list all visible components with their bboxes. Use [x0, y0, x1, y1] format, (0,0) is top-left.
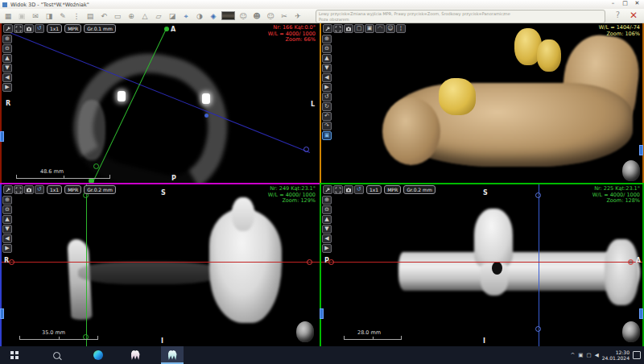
- pan-up-button[interactable]: ▲: [322, 215, 332, 224]
- roll-left-button[interactable]: ↶: [322, 112, 332, 121]
- zoom-out-button[interactable]: ⊖: [322, 205, 332, 214]
- pan-down-button[interactable]: ▼: [322, 64, 332, 72]
- pan-left-button[interactable]: ◀: [322, 73, 332, 82]
- reset-button[interactable]: ↺: [35, 185, 44, 194]
- contrast-copy-icon[interactable]: ◨: [43, 10, 55, 22]
- pan-up-button[interactable]: ▲: [2, 54, 12, 63]
- rotate-cw-button[interactable]: ↻: [322, 102, 332, 111]
- thickness-button[interactable]: Gr.0.1 mm: [84, 24, 116, 33]
- undo-icon[interactable]: ↶: [98, 10, 109, 22]
- viewport-axial[interactable]: A R L P Nr: 166 Kąt:0.0° W/L = 4000/ 100…: [0, 23, 320, 183]
- pan-up-button[interactable]: ▲: [2, 215, 12, 224]
- grid-1x1-button[interactable]: 1x1: [47, 24, 62, 33]
- view-3d-icon[interactable]: ◈: [208, 10, 219, 22]
- pan-right-button[interactable]: ▶: [2, 244, 12, 253]
- patient-record-icon[interactable]: ☻: [251, 10, 262, 22]
- settings-button[interactable]: [3, 185, 13, 194]
- orientation-head-thumbnail[interactable]: [296, 321, 314, 342]
- orientation-head-thumbnail[interactable]: [622, 160, 640, 181]
- ruler-icon[interactable]: ▭: [112, 10, 123, 22]
- pan-down-button[interactable]: ▼: [2, 64, 12, 72]
- pan-right-button[interactable]: ▶: [322, 244, 332, 253]
- dental-app-active-button[interactable]: [161, 346, 184, 364]
- zoom-out-button[interactable]: ⊖: [2, 205, 12, 214]
- pan-down-button[interactable]: ▼: [322, 225, 332, 234]
- pan-right-button[interactable]: ▶: [322, 83, 332, 92]
- zoom-in-button[interactable]: ⊕: [2, 196, 12, 205]
- panoramic-icon[interactable]: [221, 11, 235, 20]
- cross1-vertical-line[interactable]: [86, 184, 87, 346]
- display-mode-button[interactable]: ▢: [354, 24, 364, 33]
- battery-icon[interactable]: ▣: [578, 352, 583, 358]
- comment-icon[interactable]: ✉: [30, 10, 41, 22]
- cross1-hline-handle-left[interactable]: [9, 259, 14, 265]
- arch-tool-button[interactable]: ◠: [375, 24, 385, 33]
- axial-cross-handle-ring[interactable]: [93, 163, 99, 169]
- mpr-button[interactable]: MPR: [64, 185, 81, 194]
- mpr-button[interactable]: MPR: [64, 24, 81, 33]
- axial-implant-marker[interactable]: [204, 114, 208, 118]
- tray-chevron-icon[interactable]: ^: [570, 352, 575, 358]
- reset-button[interactable]: ↺: [35, 24, 44, 33]
- axes-3d-icon[interactable]: ⌖: [180, 10, 192, 22]
- pan-right-button[interactable]: ▶: [2, 83, 12, 92]
- fullscreen-button[interactable]: [14, 24, 23, 33]
- close-button[interactable]: ✕: [631, 0, 643, 8]
- layout-icon[interactable]: ▦: [2, 10, 14, 22]
- taskbar-clock[interactable]: 12:30 24.01.2024: [602, 350, 630, 361]
- cross2-horizontal-line[interactable]: [321, 262, 644, 263]
- patient-search-icon[interactable]: ☺: [265, 10, 276, 22]
- maximize-button[interactable]: □: [619, 0, 631, 8]
- close-view-button[interactable]: ✕: [630, 10, 638, 21]
- airplane-icon[interactable]: ✈: [292, 10, 303, 22]
- cross1-horizontal-line[interactable]: [2, 262, 320, 263]
- fullscreen-button[interactable]: [333, 24, 343, 33]
- rotate-ccw-button[interactable]: ↺: [322, 93, 332, 101]
- cross1-slice-scrollbar-thumb[interactable]: [0, 308, 4, 319]
- help-button[interactable]: ?: [616, 10, 620, 19]
- save-icon[interactable]: ▣: [16, 10, 27, 22]
- pan-left-button[interactable]: ◀: [2, 73, 12, 82]
- implant-icon[interactable]: ⋮: [71, 10, 82, 22]
- viewport-cross-1[interactable]: S R I Nr: 249 Kąt:23.1° W/L = 4000/ 1000…: [0, 184, 320, 346]
- cross1-hline-handle-right[interactable]: [307, 259, 312, 265]
- cross2-vline-handle-bottom[interactable]: [535, 326, 541, 332]
- angle-icon[interactable]: △: [139, 10, 151, 22]
- edge-browser-button[interactable]: [87, 346, 109, 364]
- pan-left-button[interactable]: ◀: [322, 234, 332, 243]
- snapshot-button[interactable]: [24, 24, 34, 33]
- viewport-cross-2[interactable]: S P A I Nr: 225 Kąt:23.1° W/L = 4000/ 10…: [321, 184, 644, 346]
- snapshot-button[interactable]: [344, 24, 353, 33]
- cross2-slice-scrollbar-thumb[interactable]: [320, 308, 324, 319]
- cross2-vertical-line[interactable]: [539, 184, 539, 346]
- grid-1x1-button[interactable]: 1x1: [366, 185, 382, 194]
- probe-button[interactable]: ¦: [396, 24, 406, 33]
- zoom-out-button[interactable]: ⊖: [2, 44, 12, 53]
- notification-center-icon[interactable]: [633, 351, 641, 359]
- start-button[interactable]: [3, 346, 26, 364]
- fullscreen-button[interactable]: [333, 185, 343, 194]
- cube-view-button[interactable]: ▣: [322, 131, 332, 140]
- speaker-icon[interactable]: ◀: [595, 352, 599, 358]
- axial-cross-handle-top[interactable]: [164, 27, 169, 31]
- orientation-head-thumbnail[interactable]: [622, 321, 640, 342]
- settings-button[interactable]: [323, 185, 332, 194]
- cross2-hline-handle-right[interactable]: [628, 259, 634, 265]
- tools-icon[interactable]: ✎: [57, 10, 68, 22]
- reset-button[interactable]: ↺: [354, 185, 364, 194]
- taskbar-search-button[interactable]: [45, 346, 68, 364]
- thickness-button[interactable]: Gr.0.2 mm: [84, 185, 116, 194]
- volume-scrollbar-thumb[interactable]: [639, 145, 643, 155]
- viewport-3d[interactable]: W/L = 1404/-74 Zoom: 106% ▢ ▣ ◠ ☺ ¦ ⊕ ⊖ …: [321, 23, 644, 183]
- snapshot-button[interactable]: [344, 185, 353, 194]
- dental-app-button[interactable]: [124, 346, 147, 364]
- cross2-vline-handle-top[interactable]: [535, 192, 541, 198]
- scissors-icon[interactable]: ✂: [279, 10, 290, 22]
- snapshot-button[interactable]: [24, 185, 34, 194]
- contrast-icon[interactable]: ◑: [194, 10, 205, 22]
- axial-line-handle-blue[interactable]: [303, 147, 309, 152]
- pan-up-button[interactable]: ▲: [322, 54, 332, 63]
- zoom-in-button[interactable]: ⊕: [322, 35, 332, 43]
- thickness-button[interactable]: Gr.0.2 mm: [403, 185, 436, 194]
- axial-slice-scrollbar-thumb[interactable]: [0, 131, 4, 142]
